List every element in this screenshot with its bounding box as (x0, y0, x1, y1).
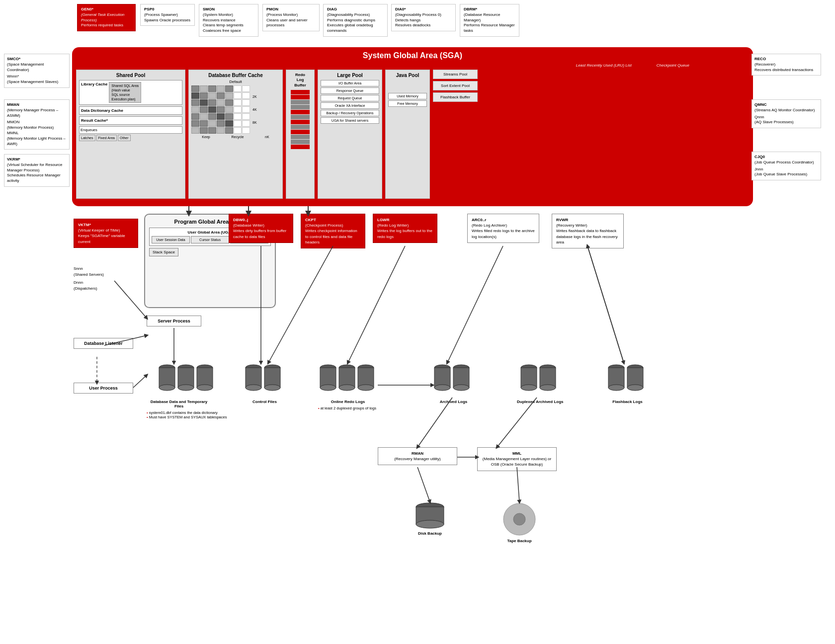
svg-point-11 (246, 385, 261, 391)
user-session-data-cell: User Session Data (152, 236, 190, 243)
dnnn-label: Dnnn(Dispatchers) (74, 280, 104, 292)
rman-name: RMAN (382, 451, 453, 456)
jnnn-label: Jnnn(Job Queue Slave Processes) (754, 167, 818, 178)
result-cache-label: Result Cache* (79, 116, 182, 125)
grid-cell (208, 99, 216, 106)
grid-cell (191, 106, 199, 113)
svg-line-54 (587, 246, 624, 363)
svg-line-65 (133, 375, 147, 388)
grid-cell (225, 106, 233, 113)
db-data-note1: • system01.dbf contains the data diction… (147, 410, 227, 419)
request-queue: Request Queue (321, 95, 379, 101)
free-memory: Free Memory (388, 100, 427, 107)
redo-cell-7 (291, 120, 310, 124)
disk-backup-cylinder-svg (413, 502, 447, 529)
vkrm-subtitle: (Virtual Scheduler for Resource Manager … (7, 162, 67, 173)
pmon-subtitle: (Process Monitor) (266, 12, 316, 18)
grid-cell (191, 92, 199, 99)
redo-cell-10 (291, 135, 310, 139)
grid-cell (200, 85, 208, 92)
vkrm-box: VKRM* (Virtual Scheduler for Resource Ma… (4, 154, 70, 187)
response-queue: Response Queue (321, 87, 379, 94)
grid-cell (200, 99, 208, 106)
streams-pool: Streams Pool (433, 70, 478, 79)
online-redo-cylinder-svg (318, 363, 378, 398)
reco-name: RECO (754, 57, 818, 62)
psp0-process-box: PSP0 (Process Spawner) Spawns Oracle pro… (140, 4, 195, 26)
redo-cell-8 (291, 125, 310, 129)
checkpoint-label: Checkpoint Queue (657, 63, 689, 68)
ckpt-subtitle: (Checkpoint Process) (305, 223, 361, 228)
redo-log-buffer-panel: RedoLogBuffer (286, 70, 315, 199)
ckpt-desc: Writes checkpoint information to control… (305, 228, 361, 245)
cjq0-subtitle: (Job Queue Process Coordinator) (754, 160, 818, 165)
java-pool-items: Used Memory Free Memory (388, 93, 427, 107)
vkrm-name: VKRM* (7, 157, 67, 162)
pmon-name: PMON (266, 7, 316, 12)
recycle-label: Recycle (231, 135, 244, 139)
grid-cell (200, 127, 208, 134)
grid-cell (208, 113, 216, 120)
library-cache-label: Library Cache (81, 82, 107, 103)
archived-logs-label: Archived Logs (432, 400, 475, 404)
grid-cell (242, 127, 250, 134)
reco-desc: Recovers distributed transactions (754, 68, 818, 73)
smon-name: SMON (203, 7, 254, 12)
duplexed-archived-label: Duplexed Archived Logs (517, 400, 564, 404)
mml-box: MML (Media Management Layer routines) or… (477, 447, 557, 471)
grid-cell (234, 99, 242, 106)
lgwr-box: LGWR (Redo Log Writer) Writes the log bu… (373, 214, 437, 243)
database-listener-box: Database Listener (74, 338, 133, 349)
svg-point-35 (540, 385, 556, 391)
grid-cell (217, 99, 225, 106)
cursor-status-cell: Cursor Status (191, 236, 229, 243)
disk-backup-label: Disk Backup (413, 531, 447, 536)
buffer-grid-container: 2K 4K 8K (191, 85, 280, 134)
dbwn-name: DBW0..j (233, 217, 289, 223)
svg-point-44 (416, 520, 444, 528)
default-label: Default (191, 80, 280, 84)
db-buffer-cache-panel: Database Buffer Cache Default (188, 70, 283, 199)
svg-point-23 (358, 385, 374, 391)
mman-name: MMAN (7, 102, 67, 108)
dbwn-box: DBW0..j (Database Writer) Writes dirty b… (229, 214, 293, 243)
grid-cell (242, 85, 250, 92)
dia0-name: DIA0* (395, 7, 452, 12)
vktm-desc: Keeps "SGATime" variable current (78, 233, 134, 244)
gen0-subtitle: (General Task Execution Process) (81, 12, 132, 23)
svg-line-57 (497, 398, 537, 447)
svg-point-2 (159, 385, 175, 391)
online-redo-note: • at least 2 duplexed groups of logs (318, 406, 378, 410)
gen0-desc: Performs required tasks (81, 23, 132, 28)
psp0-name: PSP0 (144, 7, 191, 12)
redo-cell-4 (291, 105, 310, 109)
rvwr-subtitle: (Recovery Writer) (556, 223, 619, 228)
arc0-name: ARC0..r (472, 217, 535, 223)
grid-cell (225, 127, 233, 134)
latches-row: Latches Fixed Area Other (79, 135, 182, 141)
smco-subtitle: (Space Management Coordinator) (7, 62, 67, 73)
lgwr-subtitle: (Redo Log Writer) (377, 223, 433, 228)
backup-recovery-ops: Backup / Recovery Operations (321, 110, 379, 116)
grid-cell (242, 113, 250, 120)
ckpt-box: CKPT (Checkpoint Process) Writes checkpo… (301, 214, 365, 248)
grid-cell (200, 113, 208, 120)
mman-subtitle: (Memory Manager Process – ASMM) (7, 108, 67, 119)
svg-line-58 (418, 467, 430, 502)
online-redo-logs-group: Online Redo Logs • at least 2 duplexed g… (318, 363, 378, 410)
svg-point-29 (453, 385, 469, 391)
shared-pool-title: Shared Pool (79, 73, 182, 78)
mml-name: MML (482, 451, 552, 456)
reco-box: RECO (Recoverer) Recovers distributed tr… (752, 54, 821, 76)
smon-desc: Recovers instanceCleans temp segmentsCoa… (203, 18, 254, 34)
dia0-process-box: DIA0* (Diagnosability Process 0) Detects… (391, 4, 456, 31)
reco-subtitle: (Recoverer) (754, 62, 818, 68)
arc0-box: ARC0..r (Redo Log Archiver) Writes fille… (467, 214, 539, 243)
lru-label: Least Recently Used (LRU) List (576, 63, 632, 68)
svg-point-41 (627, 385, 643, 391)
flashback-buffer: Flashback Buffer (433, 92, 478, 102)
duplexed-archived-cylinder-svg (519, 363, 561, 398)
svg-line-52 (348, 246, 405, 363)
grid-cell (225, 92, 233, 99)
grid-cell (208, 85, 216, 92)
